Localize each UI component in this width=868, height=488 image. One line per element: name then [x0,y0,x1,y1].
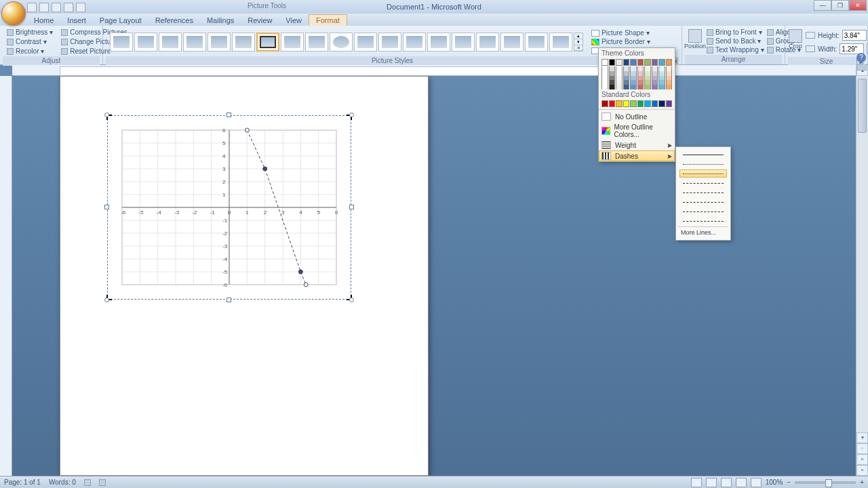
qat-item[interactable] [64,3,73,12]
dash-style-item[interactable] [679,217,727,225]
qat-save-icon[interactable] [27,3,37,12]
tint-column[interactable] [616,66,623,89]
recolor-button[interactable]: Recolor ▾ [4,47,56,56]
macro-icon[interactable] [99,479,106,486]
picture-shape-button[interactable]: Picture Shape ▾ [590,28,652,37]
style-thumb[interactable] [232,33,255,52]
color-swatch[interactable] [616,59,623,66]
help-icon[interactable]: ? [856,53,866,62]
style-thumb[interactable] [159,33,182,52]
color-swatch[interactable] [623,59,630,66]
scroll-down-button[interactable]: ▾ [856,432,868,443]
color-swatch[interactable] [601,100,608,107]
dash-style-item[interactable] [679,150,727,159]
resize-handle[interactable] [349,205,354,209]
position-button[interactable]: Position [685,27,705,53]
scroll-thumb[interactable] [858,79,867,133]
tint-column[interactable] [623,66,630,89]
view-full-screen-button[interactable] [706,478,717,487]
zoom-out-button[interactable]: − [787,479,791,486]
style-thumb[interactable] [500,33,524,52]
selected-picture[interactable]: -6-5-4-3-2-10123456-6-5-4-3-2-1123456 [107,115,351,300]
no-outline-item[interactable]: No Outline [599,111,675,122]
weight-item[interactable]: Weight▶ [599,140,675,150]
tab-home[interactable]: Home [27,15,60,26]
style-thumb[interactable] [427,33,450,52]
view-outline-button[interactable] [736,478,747,487]
gallery-more-button[interactable]: ▴▾≡ [574,33,583,52]
tint-column[interactable] [644,66,651,89]
color-swatch[interactable] [601,59,608,66]
tint-column[interactable] [652,66,658,89]
color-swatch[interactable] [658,100,665,107]
status-page[interactable]: Page: 1 of 1 [4,479,41,486]
contrast-button[interactable]: Contrast ▾ [4,37,56,46]
crop-button[interactable]: Crop [788,27,803,53]
qat-redo-icon[interactable] [52,3,61,12]
resize-handle[interactable] [226,298,231,302]
style-thumb[interactable] [549,33,572,52]
tab-review[interactable]: Review [241,15,279,26]
color-swatch[interactable] [637,100,644,107]
qat-undo-icon[interactable] [39,3,49,12]
color-swatch[interactable] [609,100,616,107]
color-swatch[interactable] [630,100,637,107]
dash-style-item[interactable] [679,169,727,178]
height-input[interactable] [842,30,867,41]
vertical-ruler[interactable] [0,76,12,476]
style-thumb[interactable] [452,33,475,52]
view-ruler-toggle[interactable] [857,66,867,70]
brightness-button[interactable]: Brightness ▾ [4,28,56,37]
horizontal-ruler[interactable] [12,65,868,76]
tint-column[interactable] [609,66,616,89]
tint-column[interactable] [630,66,637,89]
tint-column[interactable] [666,66,673,89]
status-words[interactable]: Words: 0 [49,479,76,486]
zoom-level[interactable]: 100% [766,479,783,486]
color-swatch[interactable] [644,100,651,107]
zoom-in-button[interactable]: + [860,479,864,486]
resize-handle[interactable] [104,113,109,117]
qat-item[interactable] [76,3,85,12]
maximize-button[interactable]: ❐ [831,0,849,11]
style-thumb[interactable] [525,33,548,52]
tab-view[interactable]: View [279,15,309,26]
view-draft-button[interactable] [751,478,762,487]
tab-page-layout[interactable]: Page Layout [93,15,149,26]
dash-style-item[interactable] [679,160,727,168]
bring-to-front-button[interactable]: Bring to Front ▾ [707,28,764,37]
tint-column[interactable] [658,66,665,89]
dash-style-item[interactable] [679,198,727,206]
tab-mailings[interactable]: Mailings [200,15,241,26]
color-swatch[interactable] [658,59,665,66]
dash-style-item[interactable] [679,188,727,197]
minimize-button[interactable]: — [814,0,831,11]
resize-handle[interactable] [226,113,231,117]
style-thumb-selected[interactable] [256,33,279,52]
color-swatch[interactable] [666,100,673,107]
dash-style-item[interactable] [679,207,727,216]
more-outline-colors-item[interactable]: More Outline Colors... [599,122,675,140]
resize-handle[interactable] [349,298,354,302]
style-thumb[interactable] [305,33,328,52]
color-swatch[interactable] [652,59,658,66]
browse-object-button[interactable]: ◦ [856,443,868,454]
tab-format[interactable]: Format [309,14,347,26]
resize-handle[interactable] [104,298,109,302]
zoom-slider[interactable] [795,481,856,484]
color-swatch[interactable] [652,100,658,107]
style-thumb[interactable] [378,33,401,52]
picture-styles-gallery[interactable]: ▴▾≡ [106,30,587,54]
style-thumb[interactable] [476,33,499,52]
color-swatch[interactable] [666,59,673,66]
vertical-scrollbar[interactable]: ▴ ▾ ◦ « » [856,65,868,476]
office-button[interactable] [1,1,26,26]
tint-column[interactable] [601,66,608,89]
resize-handle[interactable] [104,205,109,209]
text-wrapping-button[interactable]: Text Wrapping ▾ [707,45,764,54]
proofing-icon[interactable] [84,479,91,486]
color-swatch[interactable] [609,59,616,66]
tab-insert[interactable]: Insert [60,15,93,26]
style-thumb[interactable] [281,33,304,52]
resize-handle[interactable] [349,113,354,117]
